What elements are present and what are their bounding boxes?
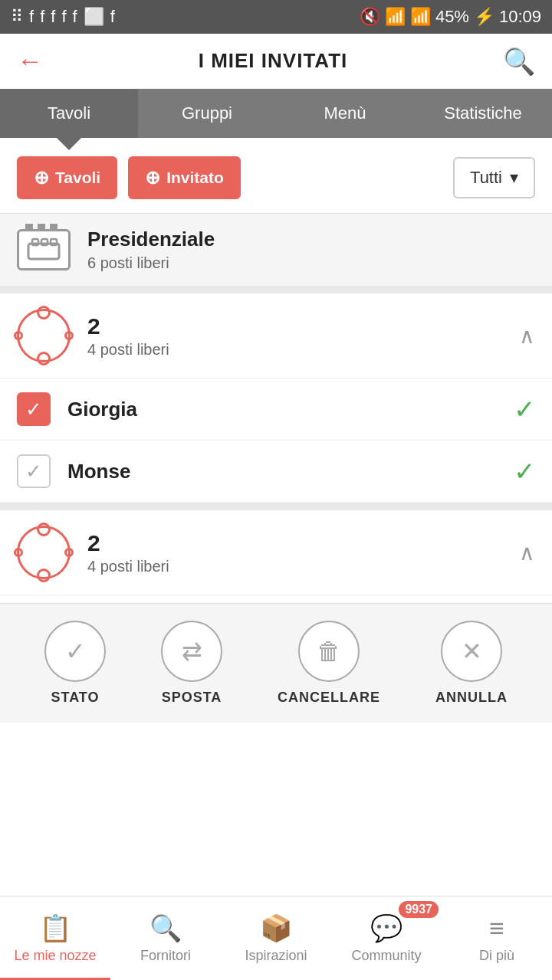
presidenziale-table-section: Presidenziale 6 posti liberi	[0, 213, 552, 286]
battery-text: 45%	[435, 7, 469, 27]
tab-tavoli[interactable]: Tavoli	[0, 89, 138, 138]
annulla-button[interactable]: ✕ ANNULLA	[435, 621, 508, 706]
sposta-button[interactable]: ⇄ SPOSTA	[161, 621, 222, 706]
svg-rect-2	[41, 239, 48, 245]
chevron-down-icon: ▾	[510, 168, 518, 188]
round-table-icon-1	[17, 309, 71, 362]
signal-icon: 📶	[410, 7, 431, 27]
add-buttons: ⊕ Tavoli ⊕ Invitato	[17, 156, 241, 199]
mute-icon: 🔇	[360, 7, 380, 27]
round-table-1[interactable]: 2 4 posti liberi ∧	[0, 293, 552, 379]
fb-icon-3: f	[51, 7, 55, 27]
round-table-2-info: 2 4 posti liberi	[71, 530, 519, 575]
monse-confirmed-icon: ✓	[514, 456, 535, 487]
battery-icon: ⚡	[474, 7, 495, 27]
stato-label: STATO	[51, 690, 100, 706]
header: ← I MIEI INVITATI 🔍	[0, 34, 552, 89]
nav-item-di-piu[interactable]: ≡ Di più	[442, 896, 552, 980]
guest-row-monse: ✓ Monse ✓	[0, 441, 552, 503]
guest-name-monse: Monse	[51, 460, 514, 483]
chevron-up-icon-2: ∧	[519, 540, 535, 565]
check-icon-2: ✓	[25, 460, 42, 483]
community-icon: 💬	[370, 913, 402, 943]
bottom-action-bar: ✓ STATO ⇄ SPOSTA 🗑 CANCELLARE ✕ ANNULLA	[0, 603, 552, 723]
tab-gruppi[interactable]: Gruppi	[138, 89, 276, 138]
tab-statistiche[interactable]: Statistiche	[414, 89, 552, 138]
notification-icon: ⠿	[11, 7, 23, 27]
divider-2	[0, 503, 552, 510]
table-name: Presidenziale	[87, 228, 215, 251]
nav-tabs: Tavoli Gruppi Menù Statistiche	[0, 89, 552, 138]
giorgia-confirmed-icon: ✓	[514, 394, 535, 424]
plus-circle-icon: ⊕	[34, 167, 49, 188]
nozze-icon: 📋	[39, 913, 71, 943]
arrows-icon: ⇄	[182, 637, 202, 666]
filter-dropdown[interactable]: Tutti ▾	[453, 157, 535, 198]
add-guest-button[interactable]: ⊕ Invitato	[128, 156, 241, 199]
action-bar: ⊕ Tavoli ⊕ Invitato Tutti ▾	[0, 138, 552, 213]
fb-icon-4: f	[61, 7, 66, 27]
wifi-icon: 📶	[385, 7, 406, 27]
bottom-nav: 📋 Le mie nozze 🔍 Fornitori 📦 Ispirazioni…	[0, 896, 552, 980]
ispirazioni-icon: 📦	[260, 913, 292, 943]
monse-checkbox[interactable]: ✓	[17, 454, 51, 488]
app-icon: ⬜	[84, 7, 104, 27]
sposta-label: SPOSTA	[162, 690, 222, 706]
round-table-2[interactable]: 2 4 posti liberi ∧	[0, 510, 552, 595]
sposta-circle: ⇄	[161, 621, 222, 682]
svg-rect-1	[32, 239, 38, 245]
stato-circle: ✓	[44, 621, 106, 682]
nav-item-fornitori[interactable]: 🔍 Fornitori	[110, 896, 221, 980]
table-info: Presidenziale 6 posti liberi	[87, 228, 215, 272]
fb-icon-5: f	[73, 7, 77, 27]
fb-icon-2: f	[40, 7, 44, 27]
time: 10:09	[499, 7, 541, 27]
status-right-icons: 🔇 📶 📶 45% ⚡ 10:09	[360, 7, 541, 27]
plus-circle-icon-2: ⊕	[145, 167, 160, 188]
nav-item-ispirazioni[interactable]: 📦 Ispirazioni	[221, 896, 331, 980]
chevron-up-icon-1: ∧	[519, 323, 535, 349]
round-table-icon-2	[17, 526, 71, 579]
community-badge: 9937	[399, 901, 439, 918]
stato-button[interactable]: ✓ STATO	[44, 621, 106, 706]
back-button[interactable]: ←	[17, 46, 43, 76]
search-button[interactable]: 🔍	[503, 46, 535, 77]
fornitori-icon: 🔍	[150, 913, 182, 943]
tab-menu[interactable]: Menù	[276, 89, 414, 138]
add-table-button[interactable]: ⊕ Tavoli	[17, 156, 117, 199]
table-icon	[17, 229, 71, 270]
guest-name-giorgia: Giorgia	[51, 398, 514, 421]
annulla-circle: ✕	[441, 621, 502, 682]
x-icon: ✕	[462, 637, 482, 666]
status-left-icons: ⠿ f f f f f ⬜ f	[11, 7, 115, 27]
cancellare-button[interactable]: 🗑 CANCELLARE	[278, 621, 380, 706]
status-bar: ⠿ f f f f f ⬜ f 🔇 📶 📶 45% ⚡ 10:09	[0, 0, 552, 34]
annulla-label: ANNULLA	[435, 690, 508, 706]
nav-item-community[interactable]: 💬 Community 9937	[331, 896, 442, 980]
trash-icon: 🗑	[317, 637, 341, 666]
page-title: I MIEI INVITATI	[199, 49, 348, 73]
check-icon-stato: ✓	[65, 637, 86, 666]
nav-item-le-mie-nozze[interactable]: 📋 Le mie nozze	[0, 896, 110, 980]
cancellare-label: CANCELLARE	[278, 690, 380, 706]
round-table-1-info: 2 4 posti liberi	[71, 313, 519, 359]
fb-icon-1: f	[29, 7, 34, 27]
svg-rect-3	[51, 239, 57, 245]
giorgia-checkbox[interactable]: ✓	[17, 392, 51, 426]
fb-icon-6: f	[110, 7, 115, 27]
check-icon: ✓	[25, 398, 42, 421]
table-seats: 6 posti liberi	[87, 254, 215, 272]
guest-row-giorgia: ✓ Giorgia ✓	[0, 379, 552, 441]
divider-1	[0, 286, 552, 293]
cancellare-circle: 🗑	[298, 621, 360, 682]
di-piu-icon: ≡	[489, 913, 504, 943]
